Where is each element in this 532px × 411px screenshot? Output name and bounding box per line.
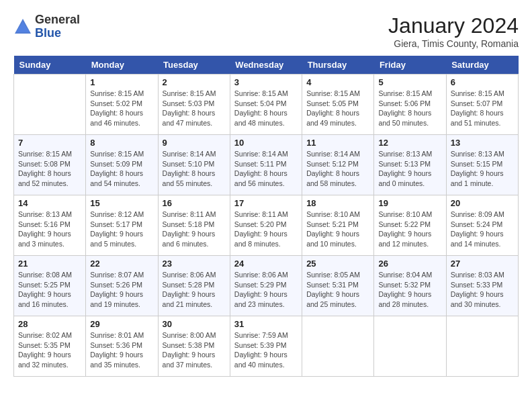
- logo: General Blue: [13, 13, 80, 40]
- day-number: 30: [163, 319, 226, 329]
- day-info: Sunrise: 8:13 AMSunset: 5:16 PMDaylight:…: [18, 210, 81, 249]
- day-number: 18: [306, 198, 369, 208]
- day-info: Sunrise: 8:11 AMSunset: 5:18 PMDaylight:…: [163, 210, 226, 249]
- day-info: Sunrise: 8:15 AMSunset: 5:06 PMDaylight:…: [378, 89, 441, 128]
- day-info: Sunrise: 8:15 AMSunset: 5:03 PMDaylight:…: [163, 89, 226, 128]
- day-number: 20: [451, 198, 514, 208]
- day-cell: 20Sunrise: 8:09 AMSunset: 5:24 PMDayligh…: [446, 195, 518, 256]
- day-number: 14: [18, 198, 81, 208]
- title-area: January 2024 Giera, Timis County, Romani…: [388, 13, 519, 49]
- day-cell: 25Sunrise: 8:05 AMSunset: 5:31 PMDayligh…: [302, 256, 374, 316]
- day-info: Sunrise: 8:15 AMSunset: 5:07 PMDaylight:…: [451, 89, 514, 128]
- day-number: 22: [90, 259, 153, 269]
- day-cell: 30Sunrise: 8:00 AMSunset: 5:38 PMDayligh…: [158, 316, 230, 377]
- day-number: 24: [234, 259, 298, 269]
- day-number: 15: [90, 198, 153, 208]
- day-number: 8: [90, 138, 153, 148]
- week-row-1: 1Sunrise: 8:15 AMSunset: 5:02 PMDaylight…: [14, 75, 519, 135]
- day-cell: 13Sunrise: 8:13 AMSunset: 5:15 PMDayligh…: [446, 135, 518, 195]
- day-number: 13: [451, 138, 514, 148]
- week-row-4: 21Sunrise: 8:08 AMSunset: 5:25 PMDayligh…: [14, 256, 519, 316]
- logo-blue: Blue: [35, 27, 80, 40]
- day-info: Sunrise: 8:07 AMSunset: 5:26 PMDaylight:…: [90, 270, 153, 310]
- day-info: Sunrise: 8:14 AMSunset: 5:11 PMDaylight:…: [234, 149, 298, 189]
- day-number: 4: [306, 77, 369, 87]
- calendar-table: SundayMondayTuesdayWednesdayThursdayFrid…: [13, 56, 519, 377]
- day-info: Sunrise: 8:05 AMSunset: 5:31 PMDaylight:…: [306, 270, 369, 310]
- header: General Blue January 2024 Giera, Timis C…: [13, 13, 519, 49]
- day-info: Sunrise: 8:10 AMSunset: 5:21 PMDaylight:…: [306, 210, 369, 249]
- day-number: 10: [234, 138, 298, 148]
- day-number: 6: [451, 77, 514, 87]
- day-cell: 21Sunrise: 8:08 AMSunset: 5:25 PMDayligh…: [14, 256, 86, 316]
- day-cell: [446, 316, 518, 377]
- day-info: Sunrise: 8:15 AMSunset: 5:04 PMDaylight:…: [234, 89, 298, 128]
- day-info: Sunrise: 8:12 AMSunset: 5:17 PMDaylight:…: [90, 210, 153, 249]
- day-number: 29: [90, 319, 153, 329]
- day-cell: 26Sunrise: 8:04 AMSunset: 5:32 PMDayligh…: [374, 256, 446, 316]
- day-info: Sunrise: 8:04 AMSunset: 5:32 PMDaylight:…: [378, 270, 441, 310]
- day-number: 17: [234, 198, 298, 208]
- day-cell: 27Sunrise: 8:03 AMSunset: 5:33 PMDayligh…: [446, 256, 518, 316]
- day-cell: 15Sunrise: 8:12 AMSunset: 5:17 PMDayligh…: [86, 195, 158, 256]
- day-cell: 3Sunrise: 8:15 AMSunset: 5:04 PMDaylight…: [230, 75, 302, 135]
- day-info: Sunrise: 8:02 AMSunset: 5:35 PMDaylight:…: [18, 330, 81, 370]
- subtitle: Giera, Timis County, Romania: [388, 38, 519, 49]
- day-cell: 4Sunrise: 8:15 AMSunset: 5:05 PMDaylight…: [302, 75, 374, 135]
- day-info: Sunrise: 8:15 AMSunset: 5:05 PMDaylight:…: [306, 89, 369, 128]
- weekday-header-sunday: Sunday: [14, 56, 86, 75]
- day-cell: 2Sunrise: 8:15 AMSunset: 5:03 PMDaylight…: [158, 75, 230, 135]
- day-number: 28: [18, 319, 81, 329]
- day-cell: 12Sunrise: 8:13 AMSunset: 5:13 PMDayligh…: [374, 135, 446, 195]
- day-cell: 9Sunrise: 8:14 AMSunset: 5:10 PMDaylight…: [158, 135, 230, 195]
- day-cell: [14, 75, 86, 135]
- day-cell: 24Sunrise: 8:06 AMSunset: 5:29 PMDayligh…: [230, 256, 302, 316]
- day-info: Sunrise: 8:08 AMSunset: 5:25 PMDaylight:…: [18, 270, 81, 310]
- day-info: Sunrise: 8:13 AMSunset: 5:15 PMDaylight:…: [451, 149, 514, 189]
- day-number: 21: [18, 259, 81, 269]
- day-cell: 1Sunrise: 8:15 AMSunset: 5:02 PMDaylight…: [86, 75, 158, 135]
- day-info: Sunrise: 8:13 AMSunset: 5:13 PMDaylight:…: [378, 149, 441, 189]
- day-info: Sunrise: 8:00 AMSunset: 5:38 PMDaylight:…: [163, 330, 226, 370]
- day-info: Sunrise: 8:01 AMSunset: 5:36 PMDaylight:…: [90, 330, 153, 370]
- weekday-header-tuesday: Tuesday: [158, 56, 230, 75]
- weekday-header-monday: Monday: [86, 56, 158, 75]
- day-number: 26: [378, 259, 441, 269]
- week-row-2: 7Sunrise: 8:15 AMSunset: 5:08 PMDaylight…: [14, 135, 519, 195]
- day-info: Sunrise: 8:06 AMSunset: 5:28 PMDaylight:…: [163, 270, 226, 310]
- day-info: Sunrise: 8:09 AMSunset: 5:24 PMDaylight:…: [451, 210, 514, 249]
- day-number: 7: [18, 138, 81, 148]
- day-info: Sunrise: 8:10 AMSunset: 5:22 PMDaylight:…: [378, 210, 441, 249]
- logo-text: General Blue: [35, 13, 80, 40]
- day-number: 19: [378, 198, 441, 208]
- day-info: Sunrise: 8:15 AMSunset: 5:08 PMDaylight:…: [18, 149, 81, 189]
- day-number: 25: [306, 259, 369, 269]
- day-cell: 5Sunrise: 8:15 AMSunset: 5:06 PMDaylight…: [374, 75, 446, 135]
- day-number: 27: [451, 259, 514, 269]
- day-cell: 7Sunrise: 8:15 AMSunset: 5:08 PMDaylight…: [14, 135, 86, 195]
- day-info: Sunrise: 8:14 AMSunset: 5:10 PMDaylight:…: [163, 149, 226, 189]
- day-info: Sunrise: 8:15 AMSunset: 5:09 PMDaylight:…: [90, 149, 153, 189]
- day-info: Sunrise: 8:11 AMSunset: 5:20 PMDaylight:…: [234, 210, 298, 249]
- svg-marker-1: [16, 21, 30, 32]
- day-cell: 10Sunrise: 8:14 AMSunset: 5:11 PMDayligh…: [230, 135, 302, 195]
- logo-general: General: [35, 13, 80, 27]
- week-row-5: 28Sunrise: 8:02 AMSunset: 5:35 PMDayligh…: [14, 316, 519, 377]
- day-number: 16: [163, 198, 226, 208]
- day-info: Sunrise: 7:59 AMSunset: 5:39 PMDaylight:…: [234, 330, 298, 370]
- day-cell: [302, 316, 374, 377]
- day-number: 12: [378, 138, 441, 148]
- day-cell: 6Sunrise: 8:15 AMSunset: 5:07 PMDaylight…: [446, 75, 518, 135]
- weekday-header-wednesday: Wednesday: [230, 56, 302, 75]
- logo-icon: [13, 17, 32, 36]
- day-cell: 19Sunrise: 8:10 AMSunset: 5:22 PMDayligh…: [374, 195, 446, 256]
- day-cell: 23Sunrise: 8:06 AMSunset: 5:28 PMDayligh…: [158, 256, 230, 316]
- day-cell: 28Sunrise: 8:02 AMSunset: 5:35 PMDayligh…: [14, 316, 86, 377]
- day-number: 11: [306, 138, 369, 148]
- day-cell: 22Sunrise: 8:07 AMSunset: 5:26 PMDayligh…: [86, 256, 158, 316]
- day-cell: [374, 316, 446, 377]
- week-row-3: 14Sunrise: 8:13 AMSunset: 5:16 PMDayligh…: [14, 195, 519, 256]
- day-cell: 31Sunrise: 7:59 AMSunset: 5:39 PMDayligh…: [230, 316, 302, 377]
- day-cell: 17Sunrise: 8:11 AMSunset: 5:20 PMDayligh…: [230, 195, 302, 256]
- day-cell: 14Sunrise: 8:13 AMSunset: 5:16 PMDayligh…: [14, 195, 86, 256]
